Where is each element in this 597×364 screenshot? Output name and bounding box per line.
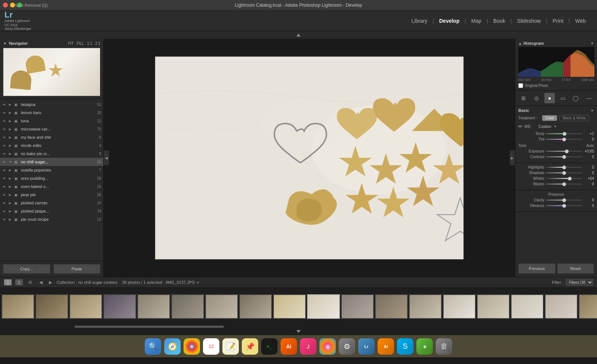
filmstrip-thumb[interactable] <box>137 294 170 319</box>
reset-button[interactable]: Reset <box>557 263 594 274</box>
folder-item[interactable]: ⇄ ▶ ▣ nicole edits 4 <box>0 141 103 150</box>
dock-calendar-icon[interactable]: 12 <box>203 338 219 355</box>
dock-safari-icon[interactable]: 🧭 <box>164 338 181 355</box>
filmstrip-thumb[interactable] <box>579 294 597 319</box>
bw-btn[interactable]: Black & White <box>559 115 589 121</box>
hist-collapse-icon[interactable]: ▼ <box>590 41 594 46</box>
folder-item[interactable]: ⇄ ▶ ▣ microwave car... 75 <box>0 125 103 133</box>
filmstrip-thumb[interactable] <box>443 294 476 319</box>
zoom-2-1[interactable]: 2:1 <box>95 41 100 46</box>
filmstrip-thumb[interactable] <box>239 294 272 319</box>
folder-item[interactable]: ⇄ ▶ ▣ pear pie 26 <box>0 191 103 199</box>
crop-tool[interactable]: ⊞ <box>518 93 529 103</box>
radial-filter-tool[interactable]: ◯ <box>571 93 581 103</box>
filmstrip-thumb[interactable] <box>477 294 510 319</box>
dock-sticky-icon[interactable]: 📌 <box>242 338 258 355</box>
folder-item[interactable]: ⇄ ▶ ▣ pickled carrots 10 <box>0 199 103 207</box>
filmstrip-thumb[interactable] <box>205 294 238 319</box>
zoom-fit[interactable]: FIT <box>68 41 74 46</box>
wb-dropdown-icon[interactable]: ▼ <box>553 125 557 128</box>
top-panel-collapse[interactable] <box>0 31 597 39</box>
dock-finder-icon[interactable]: 🔍 <box>145 338 161 355</box>
contrast-slider[interactable] <box>546 156 582 157</box>
folder-item[interactable]: ⇄ ▶ ▣ oven baked o... 15 <box>0 182 103 191</box>
folder-item[interactable]: ⇄ ▶ ▣ pie crust recipe 13 <box>0 215 103 223</box>
prev-film-btn[interactable]: ◀ <box>37 279 44 286</box>
spot-removal-tool[interactable]: ◎ <box>531 93 542 103</box>
page-1-btn[interactable]: 1 <box>4 279 12 286</box>
folder-item[interactable]: ⇄ ▶ ▣ luna 12 <box>0 117 103 125</box>
nav-print[interactable]: Print <box>549 16 567 25</box>
adjustment-brush-tool[interactable]: — <box>584 93 594 103</box>
filmstrip-scrollbar-thumb[interactable] <box>75 326 224 328</box>
dock-skype-icon[interactable]: S <box>397 338 413 355</box>
tone-auto-btn[interactable]: Auto <box>586 144 594 148</box>
bottom-panel-collapse[interactable] <box>0 328 597 335</box>
page-2-btn[interactable]: 2 <box>15 279 23 286</box>
original-photo-toggle[interactable]: Original Photo <box>518 83 594 88</box>
right-panel-collapse[interactable]: ▶ <box>510 150 515 165</box>
navigator-preview[interactable] <box>3 48 100 96</box>
filmstrip-thumb[interactable] <box>273 294 306 319</box>
filmstrip-thumb[interactable] <box>171 294 204 319</box>
nav-book[interactable]: Book <box>490 16 509 25</box>
previous-button[interactable]: Previous <box>518 263 556 274</box>
dock-ai-faceapp-icon[interactable]: Ai <box>281 338 297 355</box>
dock-notes-icon[interactable]: 📝 <box>222 338 239 355</box>
folder-item[interactable]: ⇄ ▶ ▣ my face and shit 6 <box>0 133 103 141</box>
shadows-slider[interactable] <box>546 172 582 173</box>
filmstrip-scrollbar[interactable] <box>0 325 597 328</box>
filmstrip-thumb[interactable] <box>35 294 68 319</box>
wb-eyedropper-icon[interactable]: ✏ <box>518 123 523 129</box>
filmstrip-thumb[interactable] <box>69 294 102 319</box>
filmstrip-thumb[interactable] <box>375 294 408 319</box>
whites-slider[interactable] <box>546 178 582 179</box>
filmstrip-thumb[interactable] <box>103 294 136 319</box>
dock-lightroom-icon[interactable]: Lr <box>358 338 375 355</box>
vibrance-slider[interactable] <box>546 205 582 206</box>
graduated-filter-tool[interactable]: ▭ <box>557 93 568 103</box>
redeye-tool[interactable]: ● <box>544 93 555 103</box>
tint-slider[interactable] <box>546 139 582 140</box>
folder-item[interactable]: ⇄ ▶ ▣ pickled jalape... 74 <box>0 207 103 215</box>
filmstrip-thumb[interactable] <box>511 294 544 319</box>
filmstrip-thumb[interactable] <box>545 294 578 319</box>
nav-web[interactable]: Web <box>571 16 590 25</box>
paste-button[interactable]: Paste <box>53 264 101 274</box>
zoom-fill[interactable]: FILL <box>76 41 84 46</box>
dock-illustrator-icon[interactable]: Ai <box>378 338 394 355</box>
filmstrip-thumb[interactable] <box>1 294 34 319</box>
dock-trash-icon[interactable]: 🗑 <box>436 338 452 355</box>
temp-slider[interactable] <box>546 133 582 134</box>
dock-system-prefs-icon[interactable]: ⚙ <box>339 338 355 355</box>
basic-panel-collapse[interactable]: ▼ <box>590 109 594 113</box>
highlights-slider[interactable] <box>546 167 582 168</box>
nav-map[interactable]: Map <box>468 16 485 25</box>
folder-item[interactable]: ⇄ ▶ ▣ lasagna 51 <box>0 100 103 109</box>
close-button[interactable] <box>3 3 8 7</box>
folder-item[interactable]: ⇄ ▶ ▣ lemon bars 20 <box>0 109 103 117</box>
folder-item[interactable]: ⇄ ▼ ▣ no chill sugar... 38 <box>0 158 103 166</box>
dock-terminal-icon[interactable]: >_ <box>261 338 278 355</box>
nav-develop[interactable]: Develop <box>435 16 463 25</box>
original-photo-checkbox[interactable] <box>518 83 523 88</box>
nav-slideshow[interactable]: Slideshow <box>513 16 545 25</box>
dock-photos-icon[interactable]: ◉ <box>319 338 336 355</box>
dock-chrome-icon[interactable]: ● <box>184 338 200 355</box>
folder-item[interactable]: ⇄ ▶ ▣ oreo pudding... 18 <box>0 174 103 182</box>
clarity-slider[interactable] <box>546 200 582 201</box>
next-film-btn[interactable]: ▶ <box>47 279 54 286</box>
blacks-slider[interactable] <box>546 183 582 185</box>
filmstrip-thumb[interactable] <box>409 294 442 319</box>
left-panel-collapse[interactable]: ◀ <box>104 150 109 165</box>
filmstrip-thumb[interactable] <box>307 294 340 319</box>
nav-library[interactable]: Library <box>408 16 431 25</box>
dock-dashboard-icon[interactable]: ◈ <box>416 338 433 355</box>
copy-button[interactable]: Copy... <box>3 264 50 274</box>
file-dropdown-icon[interactable]: ▼ <box>196 281 200 285</box>
dock-itunes-icon[interactable]: ♪ <box>300 338 316 355</box>
filter-select[interactable]: Filters Off <box>566 279 593 286</box>
folder-item[interactable]: ⇄ ▶ ▣ nutella popsicles 7 <box>0 166 103 174</box>
folder-item[interactable]: ⇄ ▶ ▣ no bake pie cr... 9 <box>0 150 103 158</box>
color-btn[interactable]: Color <box>542 115 557 121</box>
